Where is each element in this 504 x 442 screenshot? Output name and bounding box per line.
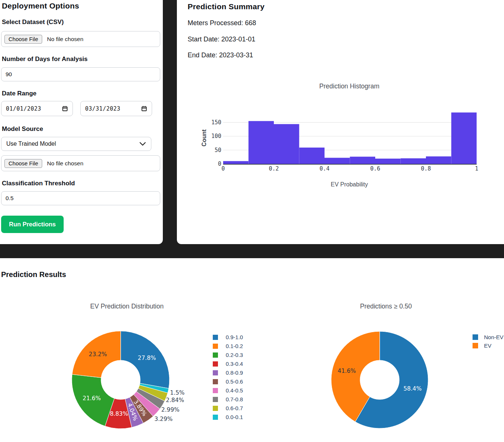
legend-swatch: [213, 370, 218, 375]
legend-label: 0.3-0.4: [226, 361, 243, 367]
prediction-results-title: Prediction Results: [1, 270, 66, 279]
end-date-value: 03/31/2023: [85, 105, 120, 112]
legend-swatch: [213, 415, 218, 420]
legend-label: 0.6-0.7: [226, 405, 243, 411]
legend-swatch: [213, 361, 218, 367]
calendar-icon[interactable]: [62, 105, 68, 112]
legend-swatch: [213, 379, 218, 384]
end-date-text: End Date: 2023-03-31: [188, 51, 253, 59]
legend-label: 0.8-0.9: [226, 370, 243, 376]
file-status-text: No file chosen: [47, 36, 83, 43]
days-label: Number of Days for Analysis: [2, 55, 88, 63]
legend-swatch: [213, 352, 218, 358]
file-status-text: No file chosen: [47, 160, 83, 167]
legend-item-0.5-0.6[interactable]: 0.5-0.6: [213, 379, 243, 384]
dataset-file-input[interactable]: Choose File No file chosen: [1, 31, 160, 47]
legend-swatch: [213, 406, 218, 411]
legend-swatch: [473, 343, 478, 348]
legend-item-EV[interactable]: EV: [473, 343, 504, 348]
legend-swatch: [213, 335, 218, 340]
calendar-icon[interactable]: [141, 105, 147, 112]
legend-label: 0.0-0.1: [226, 414, 243, 420]
histogram-title: Prediction Histogram: [238, 82, 460, 90]
deployment-options-title: Deployment Options: [2, 1, 79, 10]
histogram-ylabel: Count: [201, 123, 208, 153]
legend-swatch: [473, 334, 478, 340]
prediction-summary-panel: Prediction Summary Meters Processed: 668…: [177, 0, 504, 244]
legend-item-0.7-0.8[interactable]: 0.7-0.8: [213, 397, 243, 402]
legend-label: 0.2-0.3: [226, 352, 243, 358]
legend-swatch: [213, 397, 218, 402]
legend-item-0.2-0.3[interactable]: 0.2-0.3: [213, 352, 243, 358]
pie1-legend: 0.9-1.00.1-0.20.2-0.30.3-0.40.8-0.90.5-0…: [213, 334, 243, 423]
prediction-results-section: Prediction Results: [0, 258, 504, 442]
legend-label: 0.1-0.2: [226, 343, 243, 349]
start-date-value: 01/01/2023: [6, 105, 41, 112]
legend-item-0.1-0.2[interactable]: 0.1-0.2: [213, 343, 243, 349]
days-input[interactable]: [1, 67, 160, 81]
date-range-label: Date Range: [2, 90, 37, 97]
end-date-input[interactable]: 03/31/2023: [80, 101, 152, 116]
start-date-input[interactable]: 01/01/2023: [1, 101, 73, 116]
pie2-legend: Non-EVEV: [473, 334, 504, 351]
legend-label: Non-EV: [484, 334, 504, 340]
threshold-label: Classification Threshold: [2, 180, 75, 187]
legend-swatch: [213, 388, 218, 393]
model-source-select[interactable]: Use Trained Model: [1, 137, 151, 151]
prediction-summary-title: Prediction Summary: [188, 2, 265, 11]
legend-swatch: [213, 344, 218, 349]
dataset-label: Select Dataset (CSV): [2, 18, 64, 26]
chevron-down-icon: [140, 142, 146, 146]
legend-label: 0.7-0.8: [226, 396, 243, 402]
model-source-label: Model Source: [2, 125, 43, 133]
start-date-text: Start Date: 2023-01-01: [188, 36, 255, 43]
legend-item-0.0-0.1[interactable]: 0.0-0.1: [213, 414, 243, 420]
legend-item-0.8-0.9[interactable]: 0.8-0.9: [213, 370, 243, 375]
model-source-value: Use Trained Model: [6, 141, 56, 147]
pie2-title: Predictions ≥ 0.50: [330, 303, 441, 310]
histogram-xlabel: EV Probability: [312, 181, 386, 188]
legend-item-0.3-0.4[interactable]: 0.3-0.4: [213, 361, 243, 367]
choose-file-button[interactable]: Choose File: [4, 159, 42, 168]
meters-processed-text: Meters Processed: 668: [188, 19, 256, 27]
threshold-input[interactable]: [1, 191, 160, 205]
model-file-input[interactable]: Choose File No file chosen: [1, 155, 160, 171]
pie1-title: EV Prediction Distribution: [71, 303, 182, 310]
deployment-options-panel: Deployment Options Select Dataset (CSV) …: [0, 0, 163, 244]
legend-item-Non-EV[interactable]: Non-EV: [473, 334, 504, 340]
run-predictions-button[interactable]: Run Predictions: [1, 216, 64, 233]
legend-item-0.4-0.5[interactable]: 0.4-0.5: [213, 388, 243, 393]
legend-item-0.6-0.7[interactable]: 0.6-0.7: [213, 405, 243, 411]
legend-label: 0.9-1.0: [226, 334, 243, 340]
legend-label: EV: [484, 343, 491, 349]
legend-label: 0.5-0.6: [226, 378, 243, 385]
legend-label: 0.4-0.5: [226, 387, 243, 394]
legend-item-0.9-1.0[interactable]: 0.9-1.0: [213, 334, 243, 340]
choose-file-button[interactable]: Choose File: [4, 35, 42, 44]
